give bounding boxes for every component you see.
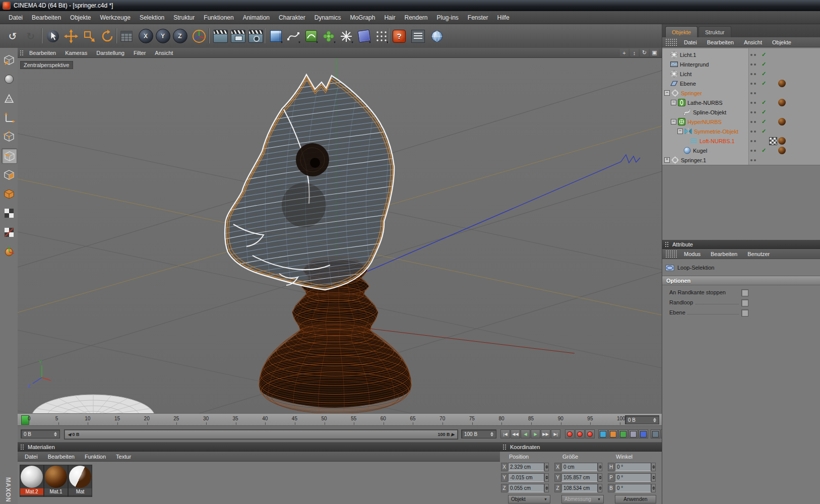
move-tool-button[interactable] [62,27,80,45]
title-bar[interactable]: CINEMA 4D (64 Bit) - [springer.c4d *] [0,0,820,11]
attr-menu-benutzer[interactable]: Benutzer [743,250,774,258]
record-scale-toggle[interactable] [608,429,618,438]
add-modeling-button[interactable]: ▼ [320,27,337,45]
menu-mograph[interactable]: MoGraph [345,12,380,23]
enable-check-icon[interactable]: ✓ [762,51,766,58]
tree-item-springer[interactable]: − Springer [662,88,820,98]
tree-item-hintergrund[interactable]: Hintergrund ✓ [662,59,820,69]
object-mode-button[interactable] [2,186,16,201]
live-selection-button[interactable] [44,27,61,45]
spinner-icon[interactable] [544,463,549,471]
record-keyframe-button[interactable] [565,429,575,438]
vp-menu-bearbeiten[interactable]: Bearbeiten [25,49,60,57]
render-picture-viewer-button[interactable] [229,27,246,45]
view-pan-icon[interactable]: + [620,49,628,56]
spinner-icon[interactable] [598,473,602,482]
tree-item-ebene[interactable]: Ebene ✓ [662,79,820,88]
coordinate-manager-button[interactable] [118,27,135,45]
visibility-dots[interactable] [750,111,756,113]
polygons-mode-button[interactable] [2,167,16,182]
view-toggle-icon[interactable]: ▣ [650,49,659,56]
spinner-icon[interactable] [544,484,549,492]
visibility-dots[interactable] [750,73,756,75]
visibility-dots[interactable] [750,64,756,66]
panel-grip-icon[interactable] [502,444,507,450]
tree-item-licht1[interactable]: Licht.1 ✓ [662,50,820,59]
spinner-icon[interactable] [651,473,656,482]
enable-check-icon[interactable]: ✓ [762,118,766,125]
menu-bearbeiten[interactable]: Bearbeiten [27,12,66,23]
visibility-dots[interactable] [750,131,756,133]
expander-icon[interactable]: − [671,100,676,105]
texture-mode-button[interactable] [2,206,16,220]
pos-x-field[interactable]: 2.329 cm [508,463,544,471]
material-tag-icon[interactable] [778,99,786,106]
angle-p-field[interactable]: 0 ° [615,473,651,482]
attributes-header[interactable]: Attribute [662,240,820,249]
om-menu-ansicht[interactable]: Ansicht [740,38,766,46]
menu-charakter[interactable]: Charakter [274,12,310,23]
object-axis-mode-button[interactable] [2,110,16,124]
enable-check-icon[interactable]: ✓ [762,109,766,115]
rotate-tool-button[interactable] [99,27,116,45]
timeline-option-button-1[interactable] [651,429,660,438]
redo-button[interactable]: ↻ [22,27,39,45]
panel-grip-icon[interactable] [665,38,678,46]
points-mode-button[interactable] [2,129,16,144]
material-tag-icon[interactable] [778,118,786,125]
tab-objekte[interactable]: Objekte [665,26,698,38]
goto-start-button[interactable]: |◀ [500,429,510,438]
mat-menu-datei[interactable]: Datei [21,453,42,461]
coordinate-system-button[interactable] [191,27,208,45]
vp-menu-darstellung[interactable]: Darstellung [92,49,129,57]
render-settings-button[interactable] [247,27,264,45]
enable-check-icon[interactable]: ✓ [762,147,766,154]
attr-menu-modus[interactable]: Modus [680,250,705,258]
material-tile-mat[interactable]: Mat [68,465,92,497]
randkante-checkbox[interactable] [741,289,748,296]
play-backward-button[interactable]: ◀ [521,429,530,438]
view-rotate-icon[interactable]: ↻ [640,49,649,56]
add-nurbs-button[interactable]: ▼ [302,27,320,45]
add-spline-button[interactable]: ▼ [285,27,302,45]
material-tag-icon[interactable] [778,147,786,154]
tab-struktur[interactable]: Struktur [699,26,731,38]
size-x-field[interactable]: 0 cm [561,463,598,471]
axis-mode-button[interactable] [2,244,16,259]
visibility-dots[interactable] [750,121,756,123]
add-environment-button[interactable]: ▼ [373,27,390,45]
menu-dynamics[interactable]: Dynamics [310,12,346,23]
menu-struktur[interactable]: Struktur [169,12,199,23]
om-menu-datei[interactable]: Datei [680,38,701,46]
menu-datei[interactable]: Datei [4,12,27,23]
vp-menu-kameras[interactable]: Kameras [61,49,91,57]
size-z-field[interactable]: 108.534 cm [561,484,598,492]
current-frame-field[interactable]: 0 B [21,429,60,438]
menu-animation[interactable]: Animation [238,12,274,23]
keyframe-selection-button[interactable] [585,429,595,438]
angle-b-field[interactable]: 0 ° [615,484,651,492]
make-editable-button[interactable] [2,52,16,67]
lock-z-button[interactable]: Z [171,27,188,45]
workplane-mode-button[interactable] [2,91,16,105]
autokeying-button[interactable] [575,429,585,438]
mat-menu-bearbeiten[interactable]: Bearbeiten [44,453,79,461]
expander-icon[interactable]: − [671,119,676,124]
attr-menu-bearbeiten[interactable]: Bearbeiten [707,250,741,258]
record-pla-toggle[interactable] [639,429,648,438]
viewport-canvas[interactable]: Zentralperspektive [18,58,662,413]
add-deformer-button[interactable]: ▼ [355,27,372,45]
tree-item-kugel[interactable]: Kugel ✓ [662,146,820,155]
material-tag-icon[interactable] [778,137,786,145]
max-frame-field[interactable]: 100 B [461,429,496,438]
ebene-checkbox[interactable] [741,309,748,317]
options-section-header[interactable]: Optionen [662,276,820,285]
vp-menu-ansicht[interactable]: Ansicht [151,49,177,57]
spinner-icon[interactable] [54,432,57,436]
visibility-dots[interactable] [750,140,756,142]
panel-grip-icon[interactable] [20,50,24,56]
coordinates-header[interactable]: Koordinaten [500,443,662,452]
add-primitive-button[interactable]: ▼ [267,27,284,45]
tree-item-symmetrie-objekt[interactable]: − Symmetrie-Objekt ✓ [662,127,820,136]
command-list-button[interactable] [409,27,426,45]
